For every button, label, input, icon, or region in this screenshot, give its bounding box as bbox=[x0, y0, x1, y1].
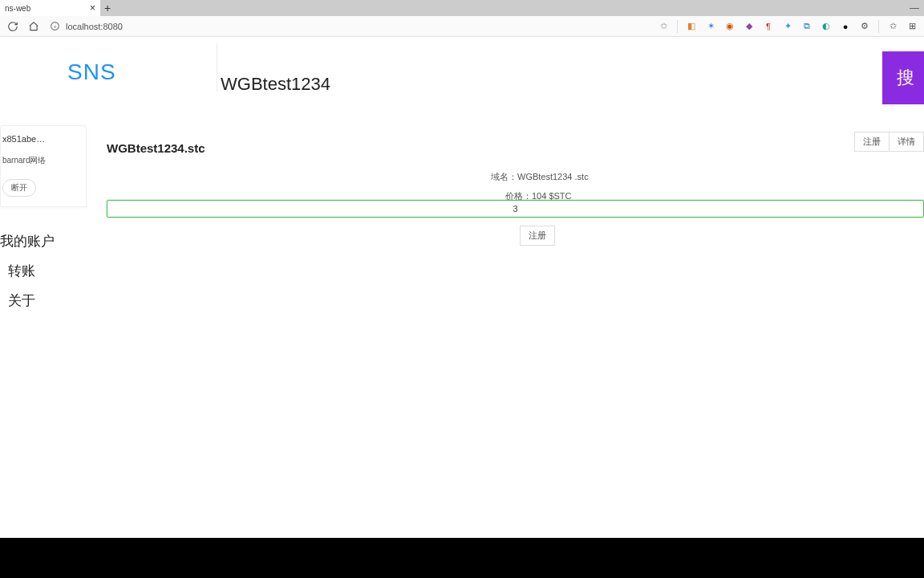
register-button[interactable]: 注册 bbox=[520, 226, 555, 246]
ext-icon-4[interactable]: ◆ bbox=[744, 21, 755, 32]
close-tab-icon[interactable]: × bbox=[90, 2, 95, 14]
site-info-icon[interactable] bbox=[48, 20, 61, 33]
nav-my-account[interactable]: 我的账户 bbox=[0, 226, 83, 256]
toolbar-separator-2 bbox=[878, 20, 879, 33]
ext-icon-5[interactable]: ¶ bbox=[763, 21, 774, 32]
settings-icon[interactable]: ⚙ bbox=[859, 21, 870, 32]
disconnect-button[interactable]: 断开 bbox=[2, 179, 36, 197]
years-value: 3 bbox=[513, 204, 517, 214]
refresh-icon[interactable] bbox=[6, 20, 19, 33]
url-box[interactable]: localhost:8080 bbox=[48, 20, 123, 33]
ext-icon-8[interactable]: ◐ bbox=[821, 21, 832, 32]
tab-title: ns-web bbox=[5, 4, 30, 13]
url-text: localhost:8080 bbox=[66, 22, 123, 31]
domain-label: 域名： bbox=[491, 172, 517, 181]
ext-icon-1[interactable]: ◧ bbox=[686, 21, 697, 32]
toolbar-separator bbox=[677, 20, 678, 33]
favorites-bar-icon[interactable]: ✩ bbox=[887, 21, 898, 32]
favorite-icon[interactable]: ✩ bbox=[658, 21, 669, 32]
side-nav: 我的账户 转账 关于 bbox=[0, 222, 87, 315]
years-input[interactable]: 3 bbox=[107, 200, 924, 218]
logo-divider bbox=[217, 43, 217, 92]
bottom-strip bbox=[0, 538, 924, 578]
app-logo: SNS bbox=[67, 59, 116, 85]
domain-value: WGBtest1234 .stc bbox=[517, 172, 589, 181]
nav-transfer[interactable]: 转账 bbox=[0, 256, 83, 286]
wallet-address: x851abe… bbox=[2, 134, 81, 144]
domain-info-line: 域名：WGBtest1234 .stc bbox=[491, 171, 589, 183]
domain-search-input[interactable] bbox=[221, 67, 846, 101]
tab-register[interactable]: 注册 bbox=[854, 132, 890, 152]
ext-icon-9[interactable]: ● bbox=[840, 21, 851, 32]
ext-icon-2[interactable]: ✶ bbox=[705, 21, 716, 32]
new-tab-button[interactable]: + bbox=[100, 0, 115, 16]
window-minimize-icon[interactable]: — bbox=[910, 2, 919, 14]
browser-tab[interactable]: ns-web × bbox=[0, 0, 100, 16]
ext-icon-3[interactable]: ◉ bbox=[724, 21, 736, 32]
search-button[interactable]: 搜 bbox=[882, 51, 924, 104]
home-icon[interactable] bbox=[27, 20, 40, 33]
ext-icon-7[interactable]: ⧉ bbox=[801, 21, 813, 32]
account-card: x851abe… barnard网络 断开 bbox=[0, 125, 87, 207]
ext-icon-6[interactable]: ✦ bbox=[782, 21, 793, 32]
collections-icon[interactable]: ⊞ bbox=[906, 21, 918, 32]
network-name: barnard网络 bbox=[2, 155, 81, 166]
nav-about[interactable]: 关于 bbox=[0, 286, 83, 315]
domain-heading: WGBtest1234.stc bbox=[107, 141, 205, 155]
tab-detail[interactable]: 详情 bbox=[890, 132, 924, 152]
